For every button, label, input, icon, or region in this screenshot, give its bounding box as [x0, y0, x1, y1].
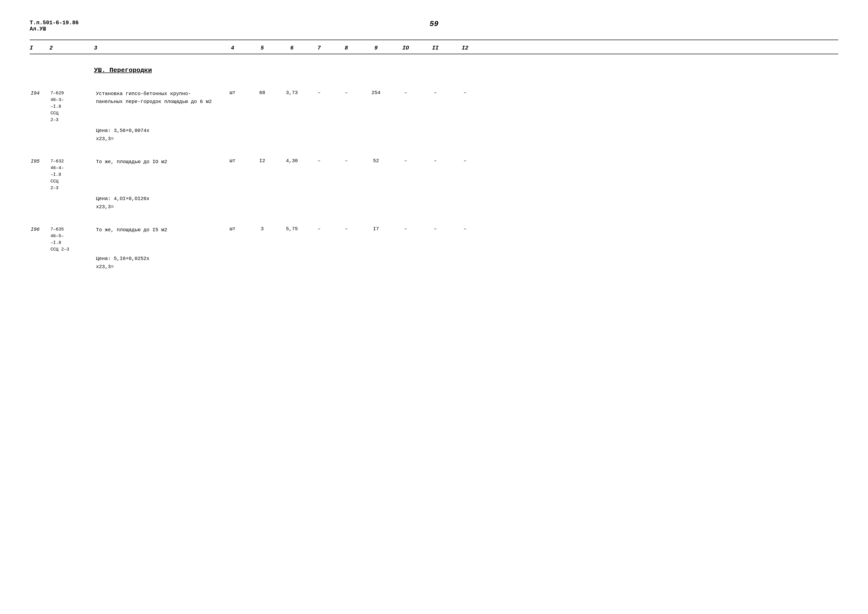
- header-left: Т.п.501-6-19.86 Ал.УШ: [30, 20, 79, 32]
- row-i95-col10: –: [391, 157, 420, 165]
- page-number: 59: [429, 20, 438, 28]
- col-header-11: II: [420, 45, 450, 51]
- row-i96-col8: –: [332, 225, 361, 233]
- row-i95-desc: То же, площадью до IO м2: [94, 157, 218, 167]
- row-i94-multiplier: х23,3=: [94, 135, 218, 142]
- row-i95-main: I95 7–632 46–4– –I.8 ССЦ 2–3 То же, площ…: [30, 157, 838, 192]
- column-headers: I 2 3 4 5 6 7 8 9 IO II I2: [30, 43, 838, 54]
- row-i95-price: Цена: 4,OI+0,OI26х: [94, 195, 218, 202]
- row-i94-desc: Установка гипсо-бетонных крупно-панельны…: [94, 89, 218, 107]
- row-i94-col5: 68: [247, 89, 277, 96]
- row-i94-main: I94 7–629 46–3– –I.8 ССЦ 2–3 Установка г…: [30, 89, 838, 124]
- row-i95-col8: –: [332, 157, 361, 165]
- row-i96-col6: 5,75: [277, 225, 307, 233]
- row-i94-num: I94: [30, 89, 50, 97]
- doc-ref-line1: Т.п.501-6-19.86: [30, 20, 79, 26]
- row-i96-col11: –: [420, 225, 450, 233]
- row-i96-num: I96: [30, 225, 50, 233]
- row-i95-col12: –: [450, 157, 480, 165]
- row-i95-multiplier: х23,3=: [94, 204, 218, 210]
- table-row: I95 7–632 46–4– –I.8 ССЦ 2–3 То же, площ…: [30, 157, 838, 210]
- row-i94-col7: –: [307, 89, 332, 96]
- col-header-5: 5: [247, 45, 277, 51]
- section-title: УШ. Перегородки: [94, 59, 838, 81]
- row-i96-price: Цена: 5,I6+0,0252х: [94, 255, 218, 262]
- table-row: I94 7–629 46–3– –I.8 ССЦ 2–3 Установка г…: [30, 89, 838, 142]
- row-i94-code: 7–629 46–3– –I.8 ССЦ 2–3: [50, 89, 94, 124]
- col-header-1: I: [30, 45, 50, 51]
- col-header-9: 9: [361, 45, 391, 51]
- row-i95-col11: –: [420, 157, 450, 165]
- row-i95-col7: –: [307, 157, 332, 165]
- col-header-6: 6: [277, 45, 307, 51]
- row-i95-col5: I2: [247, 157, 277, 165]
- row-i96-code: 7–635 46–5– –I.8 ССЦ 2–3: [50, 225, 94, 254]
- row-i96-col10: –: [391, 225, 420, 233]
- header-divider: [30, 40, 838, 40]
- row-i96-col12: –: [450, 225, 480, 233]
- col-header-3: 3: [94, 45, 218, 51]
- col-header-7: 7: [307, 45, 332, 51]
- row-i96-col5: 3: [247, 225, 277, 233]
- row-i94-col6: 3,73: [277, 89, 307, 96]
- col-header-12: I2: [450, 45, 480, 51]
- row-i96-col4: шт: [218, 225, 247, 233]
- col-header-4: 4: [218, 45, 247, 51]
- col-header-10: IO: [391, 45, 420, 51]
- col-header-8: 8: [332, 45, 361, 51]
- row-i94-price: Цена: 3,56+0,0074х: [94, 127, 218, 134]
- table-row: I96 7–635 46–5– –I.8 ССЦ 2–3 То же, площ…: [30, 225, 838, 270]
- row-i95-num: I95: [30, 157, 50, 165]
- row-i94-col11: –: [420, 89, 450, 96]
- row-i95-col4: шт: [218, 157, 247, 165]
- row-i94-col9: 254: [361, 89, 391, 96]
- row-i95-col6: 4,30: [277, 157, 307, 165]
- row-i96-col7: –: [307, 225, 332, 233]
- row-i95-code: 7–632 46–4– –I.8 ССЦ 2–3: [50, 157, 94, 192]
- row-i94-col12: –: [450, 89, 480, 96]
- row-i94-col10: –: [391, 89, 420, 96]
- row-i96-multiplier: х23,3=: [94, 263, 218, 270]
- row-i96-col9: I7: [361, 225, 391, 233]
- row-i95-col9: 52: [361, 157, 391, 165]
- row-i94-col4: шт: [218, 89, 247, 96]
- row-i96-main: I96 7–635 46–5– –I.8 ССЦ 2–3 То же, площ…: [30, 225, 838, 254]
- col-header-2: 2: [50, 45, 94, 51]
- row-i96-desc: То же, площадью до I5 м2: [94, 225, 218, 235]
- row-i94-col8: –: [332, 89, 361, 96]
- doc-ref-line2: Ал.УШ: [30, 26, 79, 32]
